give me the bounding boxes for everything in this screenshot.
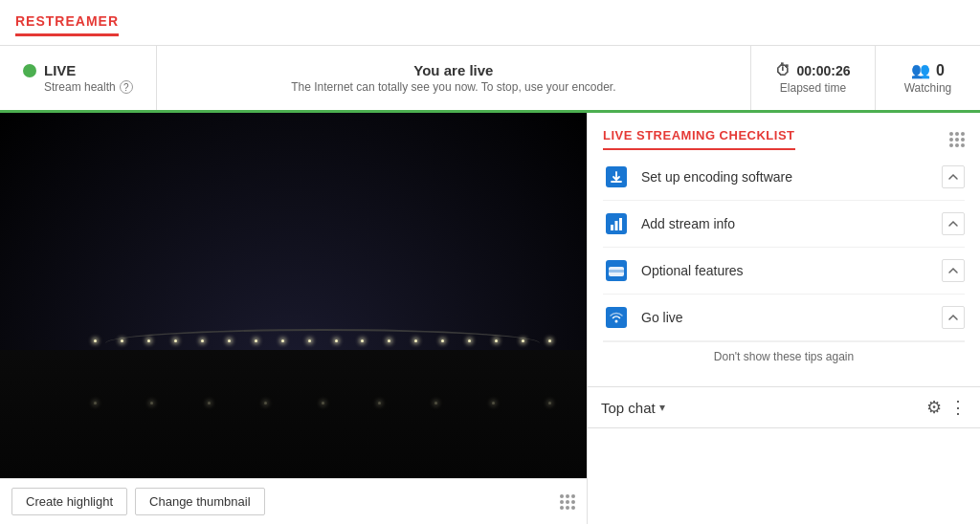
- checklist-item-go-live[interactable]: Go live: [603, 295, 965, 341]
- elapsed-section: ⏱ 00:00:26 Elapsed time: [750, 46, 875, 110]
- bridge-lights: [94, 339, 551, 343]
- elapsed-time-value: 00:00:26: [796, 63, 850, 78]
- you-are-live-section: You are live The Internet can totally se…: [157, 62, 750, 94]
- svg-rect-3: [615, 221, 618, 230]
- live-dot-row: LIVE: [23, 62, 76, 78]
- you-are-live-title: You are live: [413, 62, 493, 78]
- reflection-lights: [94, 402, 551, 405]
- checklist-item-label-encoding: Set up encoding software: [641, 169, 942, 185]
- chat-title: Top chat ▾: [601, 400, 926, 416]
- create-highlight-button[interactable]: Create highlight: [11, 488, 127, 515]
- live-streaming-checklist: LIVE STREAMING CHECKLIST: [588, 113, 980, 387]
- checklist-grid-icon[interactable]: [949, 132, 965, 147]
- you-are-live-subtitle: The Internet can totally see you now. To…: [291, 80, 615, 94]
- svg-point-9: [615, 320, 618, 323]
- checklist-collapse-optional[interactable]: [942, 259, 965, 282]
- stream-health-help-icon[interactable]: ?: [120, 80, 133, 94]
- checklist-collapse-stream-info[interactable]: [942, 212, 965, 235]
- dont-show-tips[interactable]: Don't show these tips again: [603, 341, 965, 371]
- watching-label: Watching: [904, 81, 952, 95]
- svg-rect-2: [611, 225, 613, 230]
- water-reflection: [0, 350, 587, 478]
- chat-header: Top chat ▾ ⚙ ⋮: [588, 387, 980, 428]
- watching-count-display: 👥 0: [911, 61, 945, 79]
- video-toolbar: Create highlight Change thumbnail: [0, 478, 587, 524]
- download-icon: [603, 164, 630, 190]
- live-dot: [23, 64, 36, 77]
- video-night-scene: [0, 113, 587, 478]
- watching-count: 0: [936, 62, 945, 79]
- live-label: LIVE: [44, 62, 76, 78]
- stream-health: Stream health ?: [23, 80, 133, 94]
- elapsed-time-display: ⏱ 00:00:26: [775, 62, 850, 79]
- app-header: RESTREAMER: [0, 0, 980, 46]
- checklist-item-label-stream-info: Add stream info: [641, 216, 942, 231]
- checklist-item-stream-info[interactable]: Add stream info: [603, 201, 965, 248]
- status-bar: LIVE Stream health ? You are live The In…: [0, 46, 980, 113]
- checklist-item-label-optional: Optional features: [641, 263, 942, 278]
- checklist-collapse-go-live[interactable]: [942, 306, 965, 329]
- right-panel: LIVE STREAMING CHECKLIST: [588, 113, 980, 524]
- stream-health-text: Stream health: [44, 80, 116, 94]
- svg-rect-4: [619, 218, 622, 230]
- checklist-item-label-go-live: Go live: [641, 310, 942, 325]
- toolbar-more-icon[interactable]: [560, 494, 575, 510]
- video-area: Create highlight Change thumbnail: [0, 113, 588, 524]
- chat-more-icon[interactable]: ⋮: [949, 397, 967, 418]
- card-icon: [603, 257, 630, 284]
- bar-chart-icon: [603, 210, 630, 237]
- bridge-arc: [105, 329, 540, 358]
- chat-area: Top chat ▾ ⚙ ⋮: [588, 387, 980, 524]
- people-icon: 👥: [911, 61, 930, 79]
- video-player: [0, 113, 587, 478]
- checklist-collapse-encoding[interactable]: [942, 165, 965, 188]
- clock-icon: ⏱: [775, 62, 791, 79]
- svg-rect-7: [609, 270, 624, 273]
- wifi-icon: [603, 304, 630, 331]
- svg-rect-8: [606, 307, 627, 328]
- live-indicator: LIVE Stream health ?: [0, 46, 157, 110]
- checklist-item-optional[interactable]: Optional features: [603, 248, 965, 295]
- watching-section: 👥 0 Watching: [875, 46, 980, 110]
- checklist-title: LIVE STREAMING CHECKLIST: [603, 128, 795, 150]
- checklist-header: LIVE STREAMING CHECKLIST: [603, 128, 965, 150]
- checklist-item-encoding[interactable]: Set up encoding software: [603, 154, 965, 201]
- chat-title-text: Top chat: [601, 400, 656, 416]
- chat-settings-icon[interactable]: ⚙: [926, 397, 942, 418]
- chat-dropdown-arrow[interactable]: ▾: [659, 401, 665, 414]
- app-logo: RESTREAMER: [15, 13, 119, 33]
- elapsed-label: Elapsed time: [780, 81, 846, 95]
- change-thumbnail-button[interactable]: Change thumbnail: [135, 488, 265, 515]
- main-content: Create highlight Change thumbnail LIVE S…: [0, 113, 980, 524]
